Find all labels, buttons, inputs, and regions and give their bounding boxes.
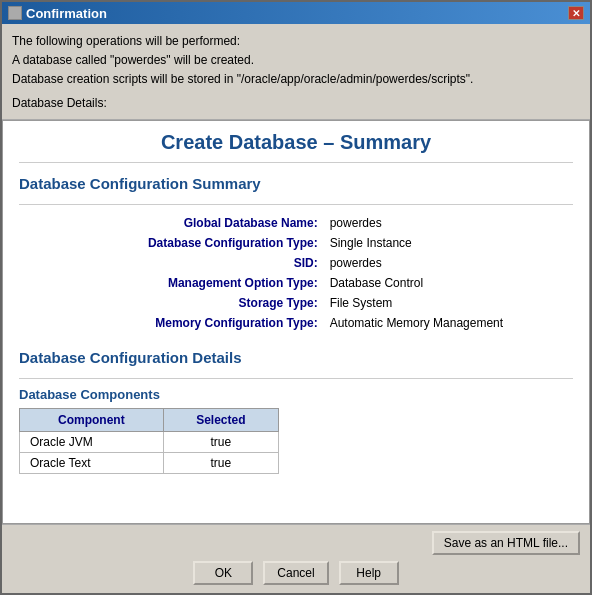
main-area: Create Database – Summary Database Confi… — [2, 120, 590, 524]
info-line3: Database creation scripts will be stored… — [12, 70, 580, 89]
content-panel[interactable]: Create Database – Summary Database Confi… — [2, 120, 590, 524]
summary-value: Single Instance — [324, 233, 573, 253]
window-icon — [8, 6, 22, 20]
summary-row: Storage Type:File System — [19, 293, 573, 313]
info-line1: The following operations will be perform… — [12, 32, 580, 51]
main-window: Confirmation ✕ The following operations … — [0, 0, 592, 595]
cancel-button[interactable]: Cancel — [263, 561, 328, 585]
component-selected: true — [163, 431, 278, 452]
footer-area: Save as an HTML file... OK Cancel Help — [2, 524, 590, 593]
section1-header: Database Configuration Summary — [19, 175, 573, 205]
summary-row: Memory Configuration Type:Automatic Memo… — [19, 313, 573, 333]
summary-label: SID: — [19, 253, 324, 273]
summary-label: Database Configuration Type: — [19, 233, 324, 253]
summary-row: Global Database Name:powerdes — [19, 213, 573, 233]
section2-header: Database Configuration Details — [19, 349, 573, 379]
col-selected: Selected — [163, 408, 278, 431]
main-title: Create Database – Summary — [19, 131, 573, 163]
footer-buttons: OK Cancel Help — [12, 561, 580, 585]
info-line2: A database called "powerdes" will be cre… — [12, 51, 580, 70]
summary-row: SID:powerdes — [19, 253, 573, 273]
col-component: Component — [20, 408, 164, 431]
summary-label: Management Option Type: — [19, 273, 324, 293]
component-name: Oracle Text — [20, 452, 164, 473]
summary-label: Global Database Name: — [19, 213, 324, 233]
components-table: Component Selected Oracle JVMtrueOracle … — [19, 408, 279, 474]
summary-table: Global Database Name:powerdesDatabase Co… — [19, 213, 573, 333]
component-row: Oracle Texttrue — [20, 452, 279, 473]
title-bar-left: Confirmation — [8, 6, 107, 21]
summary-label: Memory Configuration Type: — [19, 313, 324, 333]
summary-label: Storage Type: — [19, 293, 324, 313]
summary-value: powerdes — [324, 213, 573, 233]
section2-sub: Database Components — [19, 387, 573, 402]
section1-title: Database Configuration Summary — [19, 175, 573, 192]
close-button[interactable]: ✕ — [568, 6, 584, 20]
summary-row: Database Configuration Type:Single Insta… — [19, 233, 573, 253]
info-line4: Database Details: — [12, 94, 580, 113]
section2-title: Database Configuration Details — [19, 349, 573, 366]
component-selected: true — [163, 452, 278, 473]
window-title: Confirmation — [26, 6, 107, 21]
info-area: The following operations will be perform… — [2, 24, 590, 120]
summary-value: powerdes — [324, 253, 573, 273]
title-bar: Confirmation ✕ — [2, 2, 590, 24]
component-row: Oracle JVMtrue — [20, 431, 279, 452]
help-button[interactable]: Help — [339, 561, 399, 585]
summary-row: Management Option Type:Database Control — [19, 273, 573, 293]
ok-button[interactable]: OK — [193, 561, 253, 585]
html-content: Create Database – Summary Database Confi… — [3, 121, 589, 494]
summary-value: Database Control — [324, 273, 573, 293]
component-name: Oracle JVM — [20, 431, 164, 452]
save-btn-row: Save as an HTML file... — [12, 531, 580, 555]
save-html-button[interactable]: Save as an HTML file... — [432, 531, 580, 555]
summary-value: File System — [324, 293, 573, 313]
summary-value: Automatic Memory Management — [324, 313, 573, 333]
